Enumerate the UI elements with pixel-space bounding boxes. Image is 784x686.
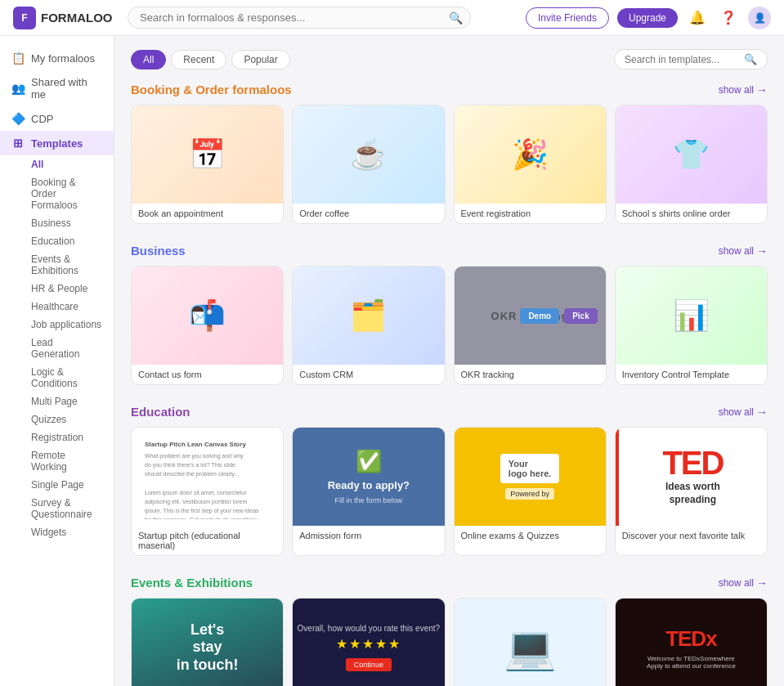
search-input[interactable] — [128, 7, 471, 29]
template-card-book-appointment[interactable]: 📅 Book an appointment — [131, 105, 284, 224]
template-card-discover-talk[interactable]: TED Ideas worthspreading Discover your n… — [615, 427, 768, 556]
sidebar-sub-booking-order[interactable]: Booking & Order Formaloos — [0, 173, 114, 214]
thumb-inventory: 📊 — [616, 267, 767, 365]
startup-content: Startup Pitch Lean Canvas Story What pro… — [138, 434, 276, 519]
show-all-arrow-events: → — [756, 576, 768, 590]
label-discover-talk: Discover your next favorite talk — [616, 526, 767, 545]
tedx-logo: TEDx — [665, 626, 716, 652]
topbar-actions: Invite Friends Upgrade 🔔 ❓ 👤 — [526, 7, 771, 29]
filter-tab-all[interactable]: All — [131, 50, 166, 69]
illustration-school-shirts: 👕 — [616, 105, 767, 204]
section-title-education: Education — [131, 405, 190, 419]
thumb-webinar-registration: 💻 — [455, 599, 606, 686]
templates-icon: ⊞ — [11, 137, 25, 150]
admission-ready-text: Ready to apply? — [328, 479, 410, 491]
invite-friends-button[interactable]: Invite Friends — [526, 7, 609, 29]
sidebar-sub-survey[interactable]: Survey & Questionnaire — [0, 494, 114, 523]
thumb-okr-tracking: OKR tracking Demo Pick — [455, 267, 606, 365]
label-startup-pitch: Startup pitch (educational maserial) — [132, 526, 283, 555]
template-card-school-shirts[interactable]: 👕 School s shirts online order — [615, 105, 768, 224]
sidebar-sub-logic[interactable]: Logic & Conditions — [0, 363, 114, 392]
sidebar-sub-registration[interactable]: Registration — [0, 428, 114, 446]
notifications-button[interactable]: 🔔 — [686, 7, 709, 29]
section-title-booking: Booking & Order formaloos — [131, 83, 292, 96]
sidebar-label-templates: Templates — [31, 137, 83, 150]
section-header-education: Education show all → — [131, 405, 768, 419]
section-title-business: Business — [131, 244, 186, 258]
label-book-appointment: Book an appointment — [132, 204, 283, 223]
sidebar-sub-quizzes[interactable]: Quizzes — [0, 410, 114, 428]
filter-tab-recent[interactable]: Recent — [171, 50, 226, 69]
content-area: All Recent Popular 🔍 Booking & Order for… — [114, 36, 784, 686]
sidebar-sub-multipage[interactable]: Multi Page — [0, 392, 114, 410]
thumb-online-exams: Yourlogo here. Powered by — [455, 428, 606, 526]
sidebar-sub-all[interactable]: All — [0, 155, 114, 173]
template-card-startup-pitch[interactable]: Startup Pitch Lean Canvas Story What pro… — [131, 427, 284, 556]
sidebar-sub-lead[interactable]: Lead Generation — [0, 334, 114, 363]
feedback-continue-btn[interactable]: Continue — [346, 658, 392, 671]
ted-logo: TED — [662, 446, 723, 479]
filter-tabs: All Recent Popular — [131, 50, 290, 69]
template-search-container: 🔍 — [614, 49, 768, 69]
template-card-event-registration[interactable]: 🎉 Event registration — [454, 105, 607, 224]
help-button[interactable]: ❓ — [717, 7, 740, 29]
startup-doc-lines: What problem are you solving and whydo y… — [145, 451, 270, 519]
sidebar-sub-single-page[interactable]: Single Page — [0, 476, 114, 494]
sidebar-sub-widgets[interactable]: Widgets — [0, 523, 114, 541]
template-card-order-coffee[interactable]: ☕ Order coffee — [292, 105, 445, 224]
template-card-admission-form[interactable]: ✅ Ready to apply? Fill in the form below… — [292, 427, 445, 556]
label-admission-form: Admission form — [293, 526, 444, 545]
thumb-tedx-conference: TEDx Welcome to TEDxSomewhereApply to at… — [616, 599, 767, 686]
illustration-inventory: 📊 — [616, 267, 767, 365]
label-order-coffee: Order coffee — [293, 204, 444, 223]
sidebar-item-templates[interactable]: ⊞ Templates — [0, 131, 114, 155]
show-all-arrow-booking: → — [756, 83, 768, 96]
okr-demo-button[interactable]: Demo — [520, 308, 559, 324]
template-card-webinar-registration[interactable]: 💻 Webinar registration — [454, 598, 607, 686]
show-all-business[interactable]: show all → — [719, 244, 768, 258]
avatar-button[interactable]: 👤 — [748, 7, 771, 29]
template-card-online-exams[interactable]: Yourlogo here. Powered by Online exams &… — [454, 427, 607, 556]
events-template-grid: Let'sstayin touch! Event lead capture Ov… — [131, 598, 768, 686]
okr-pick-button[interactable]: Pick — [564, 308, 598, 324]
topbar-search-container: 🔍 — [128, 7, 471, 29]
sidebar-sub-events[interactable]: Events & Exhibitions — [0, 250, 114, 280]
illustration-event-registration: 🎉 — [455, 105, 606, 204]
template-card-inventory[interactable]: 📊 Inventory Control Template — [615, 266, 768, 385]
sidebar-label-my-formaloos: My formaloos — [31, 52, 95, 65]
template-card-custom-crm[interactable]: 🗂️ Custom CRM — [292, 266, 445, 385]
sidebar-item-cdp[interactable]: 🔷 CDP — [0, 106, 114, 131]
cdp-icon: 🔷 — [11, 112, 25, 125]
sidebar-sub-job[interactable]: Job applications — [0, 316, 114, 334]
exams-sub: Powered by — [505, 488, 554, 500]
thumb-event-lead-capture: Let'sstayin touch! — [132, 599, 283, 686]
template-card-okr-tracking[interactable]: OKR tracking Demo Pick OKR tracking — [454, 266, 607, 385]
label-okr-tracking: OKR tracking — [455, 365, 606, 384]
sidebar-item-shared-with-me[interactable]: 👥 Shared with me — [0, 70, 114, 106]
filter-tab-popular[interactable]: Popular — [231, 50, 289, 69]
exams-logo-box: Yourlogo here. — [500, 454, 560, 483]
sidebar-sub-healthcare[interactable]: Healthcare — [0, 298, 114, 316]
thumb-order-coffee: ☕ — [293, 105, 444, 204]
sidebar-sub-education[interactable]: Education — [0, 232, 114, 250]
template-card-post-event-feedback[interactable]: Overall, how would you rate this event? … — [292, 598, 445, 686]
sidebar-sub-business[interactable]: Business — [0, 214, 114, 232]
template-card-tedx-conference[interactable]: TEDx Welcome to TEDxSomewhereApply to at… — [615, 598, 768, 686]
show-all-events[interactable]: show all → — [719, 576, 768, 590]
template-card-event-lead-capture[interactable]: Let'sstayin touch! Event lead capture — [131, 598, 284, 686]
sidebar-sub-hr[interactable]: HR & People — [0, 280, 114, 298]
label-custom-crm: Custom CRM — [293, 365, 444, 384]
label-online-exams: Online exams & Quizzes — [455, 526, 606, 545]
sidebar-item-my-formaloos[interactable]: 📋 My formaloos — [0, 46, 114, 70]
logo-text: FORMALOO — [41, 11, 113, 25]
template-search-input[interactable] — [625, 54, 739, 65]
thumb-school-shirts: 👕 — [616, 105, 767, 204]
template-card-contact-us[interactable]: 📬 Contact us form — [131, 266, 284, 385]
upgrade-button[interactable]: Upgrade — [617, 8, 678, 28]
show-all-booking[interactable]: show all → — [719, 83, 768, 96]
topbar: F FORMALOO 🔍 Invite Friends Upgrade 🔔 ❓ … — [0, 0, 784, 36]
sidebar-label-cdp: CDP — [31, 113, 53, 125]
sidebar: 📋 My formaloos 👥 Shared with me 🔷 CDP ⊞ … — [0, 36, 114, 686]
show-all-education[interactable]: show all → — [719, 406, 768, 419]
sidebar-sub-remote[interactable]: Remote Working — [0, 446, 114, 476]
